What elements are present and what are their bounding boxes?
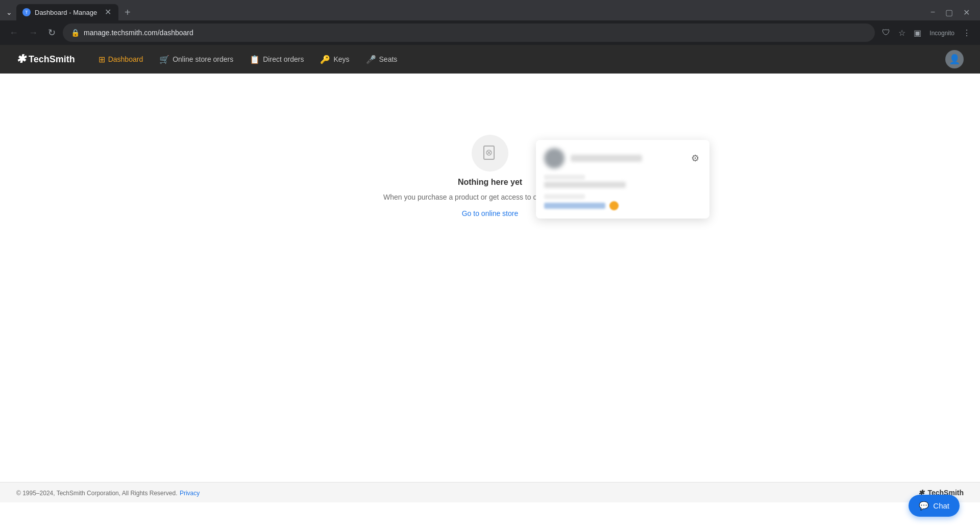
app-wrapper: ✱ TechSmith ⊞ Dashboard 🛒 Online store o… (0, 45, 980, 532)
close-window-button[interactable]: ✕ (959, 6, 974, 19)
user-plan-row (544, 194, 701, 210)
profile-button[interactable]: Incognito (926, 25, 958, 40)
tab-close-button[interactable]: ✕ (104, 7, 112, 17)
user-avatar-icon: 👤 (949, 54, 960, 65)
address-bar[interactable]: 🔒 manage.techsmith.com/dashboard (63, 23, 875, 42)
window-controls: − ▢ ✕ (926, 6, 980, 19)
nav-item-seats[interactable]: 🎤 Seats (359, 51, 405, 68)
chat-label: Chat (933, 501, 949, 510)
active-tab[interactable]: T Dashboard - Manage ✕ (16, 4, 118, 20)
plan-value (544, 203, 605, 209)
user-dropdown-popup: ⚙ (536, 140, 709, 219)
menu-button[interactable]: ⋮ (960, 25, 974, 41)
maximize-button[interactable]: ▢ (941, 6, 957, 19)
user-email-row (544, 175, 701, 188)
keys-icon: 🔑 (320, 55, 330, 64)
main-content: Nothing here yet When you purchase a pro… (0, 74, 980, 482)
nav-item-keys-label: Keys (333, 55, 349, 63)
go-to-online-store-link[interactable]: Go to online store (462, 209, 519, 217)
back-button[interactable]: ← (6, 25, 21, 41)
tracking-protection-button[interactable]: 🛡 (879, 25, 893, 40)
user-settings-button[interactable]: ⚙ (689, 151, 701, 166)
nav-item-online-store-label: Online store orders (173, 55, 233, 63)
online-store-icon: 🛒 (159, 55, 169, 64)
logo-mark: ✱ (16, 53, 26, 66)
sidebar-button[interactable]: ▣ (911, 25, 924, 41)
main-nav: ⊞ Dashboard 🛒 Online store orders 📋 Dire… (91, 51, 945, 68)
plan-badge (609, 201, 619, 210)
tab-favicon: T (22, 8, 31, 16)
logo-name: TechSmith (29, 54, 75, 65)
footer-copyright-text: © 1995–2024, TechSmith Corporation, All … (16, 490, 177, 497)
address-text: manage.techsmith.com/dashboard (84, 29, 867, 37)
seats-icon: 🎤 (366, 55, 376, 64)
browser-nav-bar: ← → ↻ 🔒 manage.techsmith.com/dashboard 🛡… (0, 20, 980, 45)
user-display-name (571, 155, 642, 162)
tab-bar: ⌄ T Dashboard - Manage ✕ + − ▢ ✕ (0, 0, 980, 20)
chat-icon: 💬 (919, 501, 929, 511)
reload-button[interactable]: ↻ (45, 24, 59, 41)
new-tab-button[interactable]: + (120, 5, 135, 20)
user-avatar-button[interactable]: 👤 (945, 50, 964, 68)
browser-nav-right: 🛡 ☆ ▣ Incognito ⋮ (879, 25, 974, 41)
chat-button[interactable]: 💬 Chat (909, 495, 960, 517)
empty-state-icon (472, 135, 508, 172)
app-header: ✱ TechSmith ⊞ Dashboard 🛒 Online store o… (0, 45, 980, 74)
user-dropdown-avatar (544, 148, 565, 168)
email-label (544, 175, 585, 180)
direct-orders-icon: 📋 (250, 55, 260, 64)
browser-chrome: ⌄ T Dashboard - Manage ✕ + − ▢ ✕ ← → ↻ 🔒… (0, 0, 980, 45)
gear-icon: ⚙ (691, 153, 699, 163)
nav-item-online-store-orders[interactable]: 🛒 Online store orders (152, 51, 240, 68)
tab-dropdown-button[interactable]: ⌄ (4, 6, 14, 18)
nav-item-keys[interactable]: 🔑 Keys (313, 51, 356, 68)
nav-item-seats-label: Seats (379, 55, 398, 63)
header-right: 👤 (945, 50, 964, 68)
bookmark-button[interactable]: ☆ (895, 25, 909, 41)
lock-icon: 🔒 (71, 29, 80, 37)
nav-item-dashboard[interactable]: ⊞ Dashboard (91, 51, 151, 68)
tab-title: Dashboard - Manage (35, 9, 100, 16)
plan-label (544, 194, 585, 199)
forward-button[interactable]: → (26, 25, 41, 41)
plan-value-row (544, 201, 701, 210)
footer-privacy-link[interactable]: Privacy (180, 490, 200, 497)
nav-item-direct-orders[interactable]: 📋 Direct orders (242, 51, 311, 68)
no-products-svg (481, 144, 499, 162)
nav-item-direct-orders-label: Direct orders (263, 55, 304, 63)
app-footer: © 1995–2024, TechSmith Corporation, All … (0, 482, 980, 502)
footer-copyright-area: © 1995–2024, TechSmith Corporation, All … (16, 488, 200, 497)
user-dropdown-name-area (571, 155, 689, 162)
minimize-button[interactable]: − (926, 6, 939, 19)
email-value (544, 182, 626, 188)
dashboard-icon: ⊞ (99, 55, 105, 64)
user-dropdown-header: ⚙ (544, 148, 701, 168)
empty-state-title: Nothing here yet (458, 178, 522, 187)
nav-item-dashboard-label: Dashboard (108, 55, 143, 63)
logo-area: ✱ TechSmith (16, 53, 75, 66)
